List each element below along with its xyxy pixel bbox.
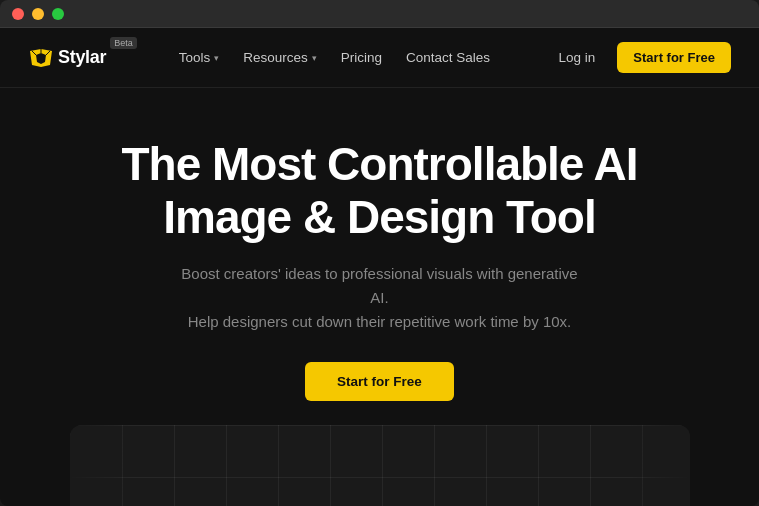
- close-button[interactable]: [12, 8, 24, 20]
- navbar: Stylar Beta Tools ▾ Resources ▾ Pricing …: [0, 28, 759, 88]
- grid-overlay: [70, 425, 690, 506]
- hero-subtitle: Boost creators' ideas to professional vi…: [180, 262, 580, 334]
- site-wrapper: Stylar Beta Tools ▾ Resources ▾ Pricing …: [0, 28, 759, 506]
- maximize-button[interactable]: [52, 8, 64, 20]
- minimize-button[interactable]: [32, 8, 44, 20]
- nav-item-contact[interactable]: Contact Sales: [396, 44, 500, 71]
- login-button[interactable]: Log in: [549, 44, 606, 71]
- hero-section: The Most Controllable AI Image & Design …: [0, 88, 759, 506]
- start-for-free-button-hero[interactable]: Start for Free: [305, 362, 454, 401]
- hero-title: The Most Controllable AI Image & Design …: [121, 138, 637, 244]
- fade-left: [70, 425, 130, 506]
- logo[interactable]: Stylar Beta: [28, 47, 137, 69]
- nav-links: Tools ▾ Resources ▾ Pricing Contact Sale…: [169, 44, 549, 71]
- nav-item-tools[interactable]: Tools ▾: [169, 44, 230, 71]
- logo-text: Stylar: [58, 47, 106, 68]
- start-for-free-button-nav[interactable]: Start for Free: [617, 42, 731, 73]
- chevron-down-icon: ▾: [312, 53, 317, 63]
- nav-item-pricing[interactable]: Pricing: [331, 44, 392, 71]
- fade-right: [630, 425, 690, 506]
- logo-badge: Beta: [110, 37, 137, 49]
- logo-icon: [28, 47, 54, 69]
- nav-item-resources[interactable]: Resources ▾: [233, 44, 327, 71]
- chevron-down-icon: ▾: [214, 53, 219, 63]
- product-preview: [70, 425, 690, 506]
- window-chrome: [0, 0, 759, 28]
- nav-actions: Log in Start for Free: [549, 42, 731, 73]
